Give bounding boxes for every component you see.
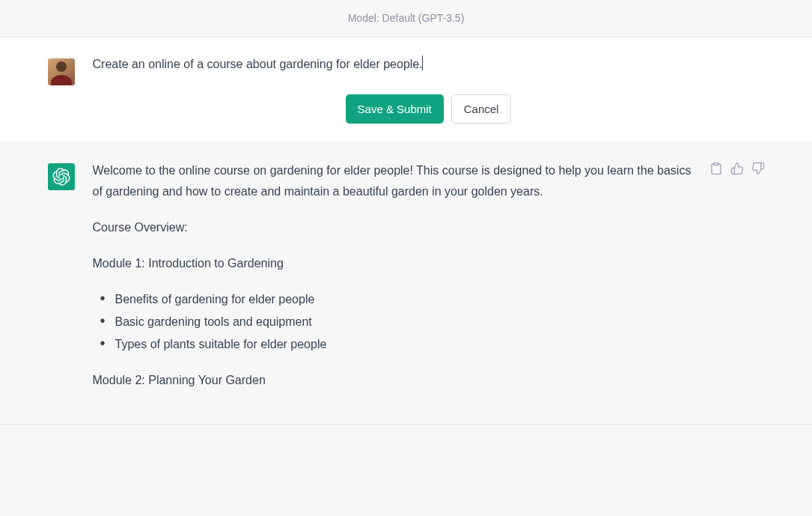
copy-icon[interactable] [709,162,723,175]
assistant-avatar [48,163,75,190]
text-cursor [422,55,423,70]
assistant-message: Welcome to the online course on gardenin… [0,142,812,425]
intro-paragraph: Welcome to the online course on gardenin… [93,160,700,202]
svg-rect-0 [714,163,718,166]
overview-label: Course Overview: [93,217,700,238]
cancel-button[interactable]: Cancel [451,94,512,124]
module1-title: Module 1: Introduction to Gardening [93,253,700,274]
openai-icon [52,168,70,186]
assistant-response: Welcome to the online course on gardenin… [93,160,700,406]
edit-area[interactable]: Create an online of a course about garde… [93,55,765,73]
edit-text[interactable]: Create an online of a course about garde… [93,58,423,70]
module1-list: Benefits of gardening for elder people B… [93,289,700,355]
model-header: Model: Default (GPT-3.5) [0,0,812,37]
module2-title: Module 2: Planning Your Garden [93,370,700,391]
user-message: Create an online of a course about garde… [0,37,812,142]
list-item: Basic gardening tools and equipment [106,312,700,333]
list-item: Benefits of gardening for elder people [106,289,700,310]
save-submit-button[interactable]: Save & Submit [346,94,444,124]
thumbs-up-icon[interactable] [730,162,744,175]
edit-buttons: Save & Submit Cancel [93,94,765,124]
thumbs-down-icon[interactable] [751,162,765,175]
list-item: Types of plants suitable for elder peopl… [106,334,700,355]
action-icons [709,162,765,175]
user-avatar [48,58,75,85]
model-label: Model: Default (GPT-3.5) [348,12,465,24]
